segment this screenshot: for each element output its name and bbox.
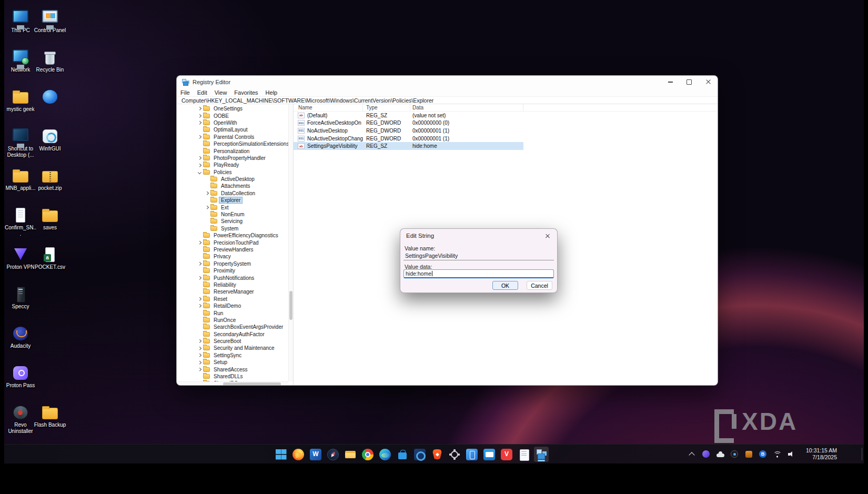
tree-item-photopropertyhandler[interactable]: PhotoPropertyHandler	[177, 155, 293, 162]
dialog-close-button[interactable]	[542, 231, 553, 241]
bluetooth-tray-button[interactable]	[757, 447, 769, 461]
tree-item-precisiontouchpad[interactable]: PrecisionTouchPad	[177, 239, 293, 246]
tree-item-perceptionsimulationextensions[interactable]: PerceptionSimulationExtensions	[177, 140, 293, 147]
menu-favorites[interactable]: Favorites	[230, 89, 261, 96]
cancel-button[interactable]: Cancel	[527, 281, 552, 290]
desktop-icon-pocket-csv[interactable]: POCKET.csv	[34, 246, 66, 270]
expand-arrow-icon[interactable]	[197, 354, 202, 357]
desktop-icon-proton-pass[interactable]: Proton Pass	[4, 365, 37, 389]
settings-taskbar-button[interactable]	[447, 447, 462, 462]
file-explorer-taskbar-button[interactable]	[343, 447, 358, 462]
tree-item-nonenum[interactable]: NonEnum	[177, 211, 293, 218]
tree-item-explorer[interactable]: Explorer	[177, 197, 293, 204]
tree-item-reset[interactable]: Reset	[177, 296, 293, 303]
registry-value-row[interactable]: 011ForceActiveDesktopOnREG_DWORD0x000000…	[294, 119, 523, 127]
tree-item-propertysystem[interactable]: PropertySystem	[177, 260, 293, 267]
expand-arrow-icon[interactable]	[197, 347, 202, 350]
start-taskbar-button[interactable]	[274, 447, 288, 462]
expand-arrow-icon[interactable]	[197, 115, 202, 117]
desktop-icon-network[interactable]: Network	[4, 49, 37, 73]
registry-value-row[interactable]: 011NoActiveDesktopREG_DWORD0x00000001 (1…	[294, 127, 523, 135]
tree-item-security-and-maintenance[interactable]: Security and Maintenance	[177, 345, 293, 351]
tree-item-sharedaccess[interactable]: SharedAccess	[177, 366, 293, 372]
expand-arrow-icon[interactable]	[197, 241, 202, 244]
tree-item-secondaryauthfactor[interactable]: SecondaryAuthFactor	[177, 331, 293, 338]
tree-item-proximity[interactable]: Proximity	[177, 267, 293, 274]
column-header-name[interactable]: Name	[294, 104, 363, 111]
tree-item-secureboot[interactable]: SecureBoot	[177, 338, 293, 345]
tree-item-powerefficiencydiagnostics[interactable]: PowerEfficiencyDiagnostics	[177, 232, 293, 239]
expand-arrow-icon[interactable]	[197, 361, 202, 364]
tree-vertical-scrollbar[interactable]	[288, 104, 293, 381]
menu-help[interactable]: Help	[262, 89, 281, 96]
registry-value-row[interactable]: 011NoActiveDesktopChangesREG_DWORD0x0000…	[294, 135, 523, 143]
network-button[interactable]	[771, 447, 783, 461]
expand-arrow-icon[interactable]	[197, 157, 202, 159]
chrome-taskbar-button[interactable]	[360, 447, 375, 462]
scrollbar-thumb[interactable]	[223, 382, 281, 386]
mail-taskbar-button[interactable]	[482, 447, 497, 462]
maximize-button[interactable]	[680, 76, 699, 88]
column-header-type[interactable]: Type	[363, 104, 410, 111]
menu-edit[interactable]: Edit	[194, 89, 211, 96]
desktop-icon-mystic-geek[interactable]: mystic geek	[4, 88, 37, 113]
desktop-icon-flash-backup[interactable]: Flash Backup	[34, 404, 66, 428]
expand-arrow-icon[interactable]	[197, 263, 202, 265]
expand-arrow-icon[interactable]	[197, 340, 202, 342]
desktop-icon-confirm-sn[interactable]: Confirm_SN...	[4, 207, 37, 237]
expand-arrow-icon[interactable]	[204, 192, 209, 195]
expand-arrow-icon[interactable]	[197, 136, 202, 138]
proton-vpn-tray-button[interactable]	[700, 447, 712, 461]
tree-item-parental-controls[interactable]: Parental Controls	[177, 134, 293, 140]
expand-arrow-icon[interactable]	[197, 305, 202, 307]
tree-item-reservemanager[interactable]: ReserveManager	[177, 288, 293, 295]
value-name-field[interactable]: SettingsPageVisibility	[403, 251, 554, 260]
tree-item-searchboxeventargsprovider[interactable]: SearchBoxEventArgsProvider	[177, 324, 293, 330]
tree-item-reliability[interactable]: Reliability	[177, 281, 293, 288]
tree-item-privacy[interactable]: Privacy	[177, 253, 293, 260]
menu-view[interactable]: View	[211, 89, 231, 96]
tree-item-personalization[interactable]: Personalization	[177, 147, 293, 154]
registry-value-row[interactable]: ab(Default)REG_SZ(value not set)	[294, 112, 523, 119]
show-desktop-button[interactable]	[862, 448, 864, 460]
tree-item-attachments[interactable]: Attachments	[177, 183, 293, 189]
outlook-taskbar-button[interactable]	[412, 447, 427, 462]
audacity-tray-button[interactable]	[743, 447, 754, 461]
value-data-input[interactable]: hide:home	[403, 269, 554, 278]
desktop-icon-shortcut-to-desktop[interactable]: Shortcut to Desktop (...	[4, 128, 37, 158]
address-bar[interactable]: Computer\HKEY_LOCAL_MACHINE\SOFTWARE\Mic…	[177, 96, 718, 104]
expand-arrow-icon[interactable]	[197, 164, 202, 167]
tree-item-optimallayout[interactable]: OptimalLayout	[177, 126, 293, 133]
vivaldi-taskbar-button[interactable]	[499, 447, 514, 462]
tree-item-openwith[interactable]: OpenWith	[177, 119, 293, 126]
tree-item-run[interactable]: Run	[177, 309, 293, 316]
tree-item-activedesktop[interactable]: ActiveDesktop	[177, 176, 293, 183]
menu-file[interactable]: File	[177, 89, 194, 96]
camera-tray-button[interactable]	[729, 447, 740, 461]
minimize-button[interactable]	[661, 76, 680, 88]
expand-arrow-icon[interactable]	[197, 298, 202, 300]
clock[interactable]: 10:31:15 AM 7/18/2025	[801, 447, 839, 461]
title-bar[interactable]: Registry Editor	[177, 76, 718, 88]
desktop-icon-winfrgui[interactable]: WinfrGUI	[34, 128, 66, 152]
expand-arrow-icon[interactable]	[197, 277, 202, 279]
desktop-icon-control-panel[interactable]: Control Panel	[34, 9, 66, 34]
desktop-icon-audacity[interactable]: Audacity	[4, 325, 37, 349]
desktop-icon-proton-vpn[interactable]: Proton VPN	[4, 246, 37, 270]
tree-item-onesettings[interactable]: OneSettings	[177, 105, 293, 112]
desktop-icon-revo-uninstaller[interactable]: Revo Uninstaller	[4, 404, 37, 434]
tree-item-oobe[interactable]: OOBE	[177, 112, 293, 119]
tree-horizontal-scrollbar[interactable]	[177, 381, 288, 386]
notepad-taskbar-button[interactable]	[517, 447, 531, 462]
phone-link-taskbar-button[interactable]	[465, 447, 479, 462]
tree-item-policies[interactable]: Policies	[177, 169, 293, 176]
ok-button[interactable]: OK	[492, 281, 518, 290]
volume-button[interactable]	[785, 447, 797, 461]
tree-item-ext[interactable]: Ext	[177, 204, 293, 210]
expand-arrow-icon[interactable]	[197, 122, 202, 124]
tree-item-system[interactable]: System	[177, 225, 293, 232]
tree-item-shareddlls[interactable]: SharedDLLs	[177, 373, 293, 380]
desktop-icon-saves[interactable]: saves	[34, 207, 66, 231]
onedrive-tray-button[interactable]	[714, 447, 726, 461]
tree-item-setup[interactable]: Setup	[177, 359, 293, 366]
